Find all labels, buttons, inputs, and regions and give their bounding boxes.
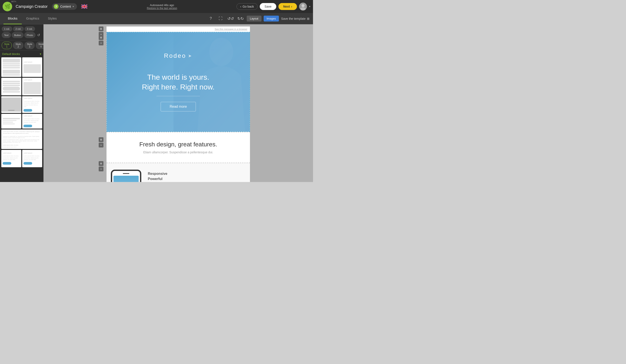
header: 🌿 BETA Campaign Creator 3 Content ▾ Auto… [0,0,313,13]
plus-icon-hero[interactable]: + [99,41,103,45]
hero-headline: The world is yours. Right here. Right no… [142,72,215,91]
blocks-row-2: Lorem ipsum [0,78,43,96]
block-type-row: 1 col. 2 col. 3 col. Text Button Photo ↺ [0,24,43,40]
block-thumb-hero[interactable] [1,96,21,113]
style3-button[interactable]: Style 3 [25,42,35,49]
collapse-icon[interactable]: ▾ [40,52,41,56]
left-panel: 1 col. 2 col. 3 col. Text Button Photo ↺… [0,24,43,182]
block-thumb-2col-1[interactable]: Lorem ipsum Lorem ipsum dolor sit amet, … [1,150,21,167]
logo-icon: 🌿 [2,2,12,11]
block-thumb-text3[interactable]: Lorem ipsum Lorem ipsum dolor sit amet, … [22,96,42,113]
col3-button[interactable]: 3 col. [25,27,35,31]
blocks-row-6: Lorem ipsum Lorem ipsum dolor sit amet, … [0,150,43,168]
header-actions: ‹ Go back Save Next › ▾ [236,2,311,10]
section-controls-2: ⚙ + [99,137,103,147]
toolbar-right-actions: ? ⛶ ↺ ↻ Layout Images Save the template … [207,15,310,23]
block-thumb-2col-2[interactable]: Lorem ipsum Lorem ipsum dolor sit amet, … [22,150,42,167]
section-controls-3: ⚙ + [99,161,103,171]
step-number: 3 [54,4,58,9]
col2-button[interactable]: 2 col. [13,27,23,31]
step-indicator[interactable]: 3 Content ▾ [52,3,77,10]
email-section2: Fresh design, great features. Etiam ulla… [107,132,250,163]
fullscreen-button[interactable]: ⛶ [217,15,225,23]
block-thumb-lines[interactable] [1,78,21,95]
autosave-info: Autosaved 46s ago Restore to the last ve… [90,3,234,10]
help-button[interactable]: ? [207,15,215,23]
style4-button[interactable]: Style 4 [36,42,43,49]
style-row: Style 1 Style 2 Style 3 Style 4 [0,40,43,51]
col2-title: Powerful [148,177,243,181]
phone-mockup [111,170,141,182]
default-blocks-label: Default blocks [2,52,20,56]
main-layout: 1 col. 2 col. 3 col. Text Button Photo ↺… [0,24,313,182]
blocks-row-1: Lorem ipsum [0,57,43,78]
logo-arrow-icon: ➤ [188,53,193,58]
tab-blocks[interactable]: Blocks [3,13,22,24]
redo-button[interactable]: ↻ [237,15,244,23]
save-button[interactable]: Save [260,3,276,10]
email-wrapper: ⚙ + See this message in a browser ⚙ + [107,27,250,182]
grid-icon: ⊞ [307,17,310,20]
blocks-scroll[interactable]: Lorem ipsum [0,57,43,182]
email-top-bar: See this message in a browser [107,27,250,32]
avatar-chevron-icon: ▾ [309,5,311,8]
chevron-down-icon: ▾ [73,5,74,8]
undo-button[interactable]: ↺ [227,15,235,23]
canvas-area[interactable]: ⚙ + See this message in a browser ⚙ + [43,24,313,182]
chevron-left-icon: ‹ [240,5,241,8]
default-blocks-header: Default blocks ▾ [0,51,43,57]
block-thumb-longtext[interactable]: Lorem ipsum dolor sit amet, consectetur … [1,129,42,149]
read-more-button[interactable]: Read more [161,102,196,111]
block-thumb-text1[interactable]: Lorem ipsum [22,57,42,77]
layout-button[interactable]: Layout [247,16,261,22]
col1-button[interactable]: 1 col. [2,27,12,31]
phone-speaker [123,173,129,174]
block-thumb-text-lines[interactable] [1,114,21,129]
step-label: Content [60,5,71,8]
feature-text: Responsive Powerful [146,170,246,182]
next-button[interactable]: Next › [278,3,297,10]
svg-point-2 [302,4,305,7]
blocks-row-4: Lorem ipsum Lorem ipsum dolor sit amet, … [0,114,43,129]
images-button[interactable]: Images [264,16,279,22]
plus-icon-s3[interactable]: + [99,167,103,171]
block-thumb-text2[interactable]: Lorem ipsum [22,78,42,95]
button-button[interactable]: Button [12,32,23,38]
save-template-button[interactable]: Save the template ⊞ [281,17,310,20]
hero-logo: Rodeo ➤ [142,52,215,59]
browser-link[interactable]: See this message in a browser [215,28,247,30]
app-title: Campaign Creator [16,4,48,9]
hero-content: Rodeo ➤ The world is yours. Right here. … [138,44,219,120]
section-controls-hero: ⚙ + [99,35,103,45]
section2-sub: Etiam ullamcorper. Suspendisse a pellent… [111,150,246,154]
gear-icon-s3[interactable]: ⚙ [99,161,103,166]
gear-icon-s2[interactable]: ⚙ [99,137,103,142]
sub-toolbar: Blocks Graphics Styles ? ⛶ ↺ ↻ Layout Im… [0,13,313,24]
style2-button[interactable]: Style 2 [13,42,23,49]
text-button[interactable]: Text [2,32,11,38]
gear-icon[interactable]: ⚙ [99,27,103,31]
style1-button[interactable]: Style 1 [2,42,12,49]
block-thumb-img-text[interactable]: Lorem ipsum Lorem ipsum dolor sit amet, … [22,114,42,129]
language-flag[interactable] [81,4,87,9]
phone-section: Responsive Powerful [107,163,250,182]
go-back-button[interactable]: ‹ Go back [236,3,258,10]
beta-label: BETA [11,0,16,2]
tab-graphics[interactable]: Graphics [22,13,43,24]
row5-container: Lorem ipsum dolor sit amet, consectetur … [0,129,43,150]
block-thumb-1col[interactable] [1,57,21,77]
blocks-row-3: Lorem ipsum Lorem ipsum dolor sit amet, … [0,96,43,114]
avatar[interactable] [299,2,307,10]
restore-link[interactable]: Restore to the last version [147,7,177,10]
email-hero-section[interactable]: Rodeo ➤ The world is yours. Right here. … [107,32,250,132]
col1-title: Responsive [148,172,243,176]
tab-styles[interactable]: Styles [43,13,61,24]
chevron-right-icon: › [291,5,292,8]
phone-screen [114,176,139,182]
gear-icon-hero[interactable]: ⚙ [99,35,103,40]
refresh-button[interactable]: ↺ [36,32,41,38]
plus-icon-s2[interactable]: + [99,143,103,147]
autosaved-text: Autosaved 46s ago [150,3,174,7]
photo-button[interactable]: Photo [24,32,36,38]
section2-title: Fresh design, great features. [111,141,246,148]
